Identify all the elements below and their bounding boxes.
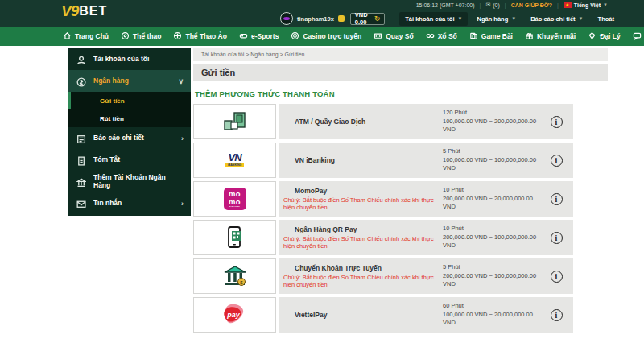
nav-item-blog[interactable]: Blog [633,31,644,42]
payment-duration: 5 Phút [443,147,546,156]
balance-amount: VND 0.00 [355,11,368,26]
nav-item-trang-chu[interactable]: Trang Chủ [63,31,109,42]
sidebar-item-bao-cao-chi-tiet[interactable]: Báo cáo chi tiết › [68,127,191,149]
inbox-link[interactable]: ✉ (0) [485,2,499,8]
payment-limits: 200,000.00 VND ~ 100,000,000.00 VND [443,233,546,250]
payment-method-name: Ngân Hàng QR Pay [295,225,440,233]
nav-item-khuyen-mai[interactable]: Khuyến mãi [525,31,576,42]
account-menu-bao-cao-chi-tiet[interactable]: Báo cáo chi tiết▼ [525,12,588,26]
payment-method-row-ngan-hang-qr-pay[interactable]: Ngân Hàng QR Pay Chú ý: Bắt buộc điền Số… [193,220,573,255]
payment-method-name: VN iBanking [295,156,440,164]
payment-limits: 100,000.00 VND ~ 100,000,000.00 VND [443,156,546,173]
nav-item-xo-so[interactable]: Xổ Số [426,31,457,42]
refresh-icon[interactable]: ↻ [374,15,381,23]
sidebar-item-label: Thêm Tài Khoản Ngân Hàng [93,174,184,189]
payment-method-name: ATM / Quầy Giao Dịch [295,118,440,126]
payment-limits: 100,000.00 VND ~ 200,000,000.00 VND [443,118,546,134]
chevron-right-icon: › [181,134,184,143]
info-icon[interactable]: i [551,232,563,244]
help-link[interactable]: CẦN GIÚP ĐỠ? [511,2,552,8]
lottery-icon [426,31,435,40]
logo-v9-text: V9 [61,2,78,20]
sidebar-item-tin-nhan[interactable]: Tin nhắn › [68,192,191,214]
info-icon[interactable]: i [551,193,563,205]
info-icon[interactable]: i [551,116,563,128]
payment-logo-box: $ [193,258,276,294]
payment-method-name: Chuyển Khoản Trực Tuyến [295,264,440,272]
balance-display[interactable]: VND 0.00 ↻ [350,13,385,25]
gift-icon [525,31,534,40]
payment-duration: 60 Phút [443,302,546,311]
inbox-count: (0) [493,2,500,8]
member-badge-icon[interactable] [338,15,345,22]
sidebar: Tài khoản của tôi Ngân hàng ∨ Gửi tiềnRú… [68,48,191,216]
payment-duration: 10 Phút [443,225,546,233]
payment-method-row-momopay[interactable]: momoE-WALLET MomoPay Chú ý: Bắt buộc điề… [193,181,573,217]
sidebar-item-label: Ngân hàng [93,77,178,85]
breadcrumb[interactable]: Tài khoản của tôi > Ngân hàng > Gửi tiền [193,48,608,61]
nav-item-casino-truc-tuyen[interactable]: Casino trực tuyến [291,31,361,42]
clock-display: 15:06:12 (GMT +07:00) [416,2,475,8]
payment-logo-box [193,220,276,255]
sidebar-subitem-rut-tien[interactable]: Rút tiền [68,109,191,127]
nav-item-label: Trang Chủ [75,32,109,40]
chevron-down-icon: ▼ [579,16,584,21]
info-icon[interactable]: i [551,155,563,167]
sidebar-item-them-tai-khoan-ngan-hang[interactable]: Thêm Tài Khoản Ngân Hàng [68,171,191,192]
nav-item-e-sports[interactable]: e-Sports [239,31,279,42]
sidebar-item-ngan-hang[interactable]: Ngân hàng ∨ [68,70,191,92]
divider: | [480,2,481,8]
nav-item-the-thao[interactable]: Thể thao [121,31,161,42]
agent-icon [588,31,597,40]
home-icon [63,31,72,40]
nav-item-the-thao-ao[interactable]: Thể Thao Ảo [173,31,226,42]
nav-item-label: Thể Thao Ảo [185,32,226,40]
payment-method-name: ViettelPay [295,311,440,319]
payment-method-row-atm-quay-giao-dich[interactable]: ATM / Quầy Giao Dịch 120 Phút 100,000.00… [193,104,573,139]
header: V9 BET 15:06:12 (GMT +07:00) | ✉ (0) | C… [0,0,644,27]
account-menu-ngan-hang[interactable]: Ngân hàng▼ [471,12,522,26]
payment-method-row-chuyen-khoan-truc-tuyen[interactable]: $ Chuyển Khoản Trực Tuyến Chú ý: Bắt buộ… [193,258,573,294]
nav-item-label: e-Sports [251,32,279,40]
vietnam-flag-icon: ★ [564,2,572,8]
nav-item-label: Khuyến mãi [537,32,576,40]
sidebar-subitem-gui-tien[interactable]: Gửi tiền [68,92,191,109]
avatar[interactable] [280,12,293,25]
payment-method-note: Chú ý: Bắt buộc điền Số Tham Chiếu chính… [283,274,440,288]
divider: | [557,2,559,8]
vn-ibanking-logo: VNiBANKING [225,153,244,167]
account-menu-thoat[interactable]: Thoát [592,12,620,26]
payment-limits: 200,000.00 VND ~ 100,000,000.00 VND [443,272,546,289]
nav-item-quay-so[interactable]: Quay Số [374,31,413,42]
virtual-sports-icon [173,31,182,40]
soccer-icon [121,31,130,40]
v9bet-logo[interactable]: V9 BET [61,2,107,20]
sidebar-item-tom-tat[interactable]: Tóm Tắt [68,149,191,171]
payment-method-row-viettelpay[interactable]: pay ViettelPay 60 Phút 100,000.00 VND ~ … [193,297,573,333]
sidebar-submenu: Gửi tiềnRút tiền [68,92,191,127]
esports-icon [239,31,248,40]
chevron-down-icon: ▼ [511,16,516,21]
page-title: Gửi tiền [193,64,608,81]
language-selector[interactable]: ★ Tiếng Việt ▼ [564,2,608,8]
cards-icon [469,31,478,40]
info-icon[interactable]: i [551,271,563,283]
nav-item-label: Thể thao [133,32,161,40]
payment-method-note: Chú ý: Bắt buộc điền Số Tham Chiếu chính… [283,235,440,250]
casino-icon [291,31,299,40]
sidebar-item-tai-khoan-cua-toi[interactable]: Tài khoản của tôi [68,48,191,70]
payment-limits: 100,000.00 VND ~ 20,000,000.00 VND [443,311,546,328]
bank-icon [76,177,86,188]
user-icon [76,55,86,65]
blog-icon [633,31,642,40]
info-icon[interactable]: i [551,309,563,321]
nav-item-game-bai[interactable]: Game Bài [469,31,513,42]
payment-logo-box [193,104,276,139]
payment-method-row-vn-ibanking[interactable]: VNiBANKING VN iBanking 5 Phút 100,000.00… [193,143,573,178]
payment-method-note: Chú ý: Bắt buộc điền Số Tham Chiếu chính… [283,196,440,211]
online-transfer-logo: $ [222,265,248,287]
account-menu-tai-khoan-cua-toi[interactable]: Tài khoản của tôi▼ [399,12,468,26]
chevron-down-icon: ▼ [458,16,463,21]
nav-item-ai-ly[interactable]: Đại Lý [588,31,621,42]
sidebar-item-label: Tài khoản của tôi [93,56,184,63]
